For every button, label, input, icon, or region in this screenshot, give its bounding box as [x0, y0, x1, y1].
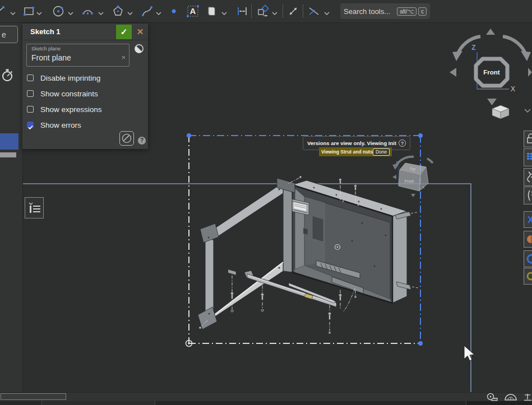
checkbox-unchecked[interactable] [27, 90, 34, 97]
circle-tool-icon[interactable] [52, 4, 66, 18]
model-chassis[interactable] [198, 178, 418, 329]
ghost-view-cube[interactable]: Top Front Z X [392, 157, 433, 197]
point-tool-icon[interactable] [168, 4, 179, 18]
option-show-constraints[interactable]: Show constraints [27, 90, 139, 99]
sketch-vertex-handle [418, 341, 423, 346]
svg-text:X: X [528, 215, 532, 225]
rotate-up-arrow[interactable] [486, 29, 495, 35]
rotate-right-arrow[interactable] [528, 68, 532, 77]
feature-row-partial[interactable] [0, 152, 16, 157]
sidebar-button-5[interactable]: X [524, 211, 532, 228]
offset-tool-icon[interactable] [205, 4, 219, 18]
notification-help-icon[interactable]: ? [399, 139, 406, 147]
isometric-view-icon[interactable] [492, 105, 509, 119]
notification-message: Versions are view only. Viewing Initial … [307, 140, 396, 146]
svg-text:A: A [190, 6, 196, 16]
search-tools-input[interactable]: Search tools... alt/⌥ c [340, 3, 430, 19]
tab-segment[interactable] [0, 401, 41, 405]
bottom-toolbar [0, 392, 532, 402]
mouse-cursor [464, 346, 474, 361]
text-tool-icon[interactable]: A [186, 4, 200, 18]
ghost-cube-top-label: Top [410, 167, 416, 171]
trim-tool-dropdown-icon[interactable] [323, 9, 330, 15]
line-tool-dropdown-icon[interactable] [10, 9, 16, 15]
stopwatch-icon[interactable] [1, 68, 15, 83]
sketch-dialog: Sketch 1 ✓ ✕ Sketch plane Front plane × … [22, 24, 148, 149]
option-disable-imprinting[interactable]: Disable imprinting [27, 74, 139, 83]
sidebar-button-4[interactable] [524, 187, 532, 204]
clear-selection-icon[interactable]: × [121, 53, 126, 62]
scale-icon[interactable] [524, 393, 532, 402]
sidebar-button-2[interactable] [524, 148, 532, 166]
help-icon[interactable]: ? [138, 137, 146, 145]
tab-divider [466, 401, 466, 405]
sidebar-button-1[interactable] [524, 131, 532, 147]
view-normal-to-sketch-button[interactable] [119, 131, 134, 146]
arc-tool-icon[interactable] [81, 4, 95, 18]
circle-tool-dropdown-icon[interactable] [67, 9, 74, 15]
sketch-plane-label: Sketch plane [31, 46, 61, 52]
list-icon [27, 201, 41, 215]
spline-tool-dropdown-icon[interactable] [155, 9, 162, 15]
ghost-cube-z-label: Z [396, 161, 399, 165]
bottom-tab-outline[interactable] [1, 393, 66, 400]
measure-tool-icon[interactable] [286, 4, 300, 18]
shortcut-key-badge: c [418, 7, 427, 16]
spline-tool-icon[interactable] [141, 4, 154, 18]
x-axis-label: X [511, 85, 515, 93]
app-window: Top Front Z X [0, 0, 532, 405]
sketch-view-icon [122, 133, 132, 143]
banner-text: Viewing Strut and nuts [321, 149, 373, 155]
view-cube-navigator[interactable]: Z X Front [446, 25, 532, 120]
sketch-plane-value: Front plane [31, 53, 71, 62]
sketch-plane-field[interactable]: Sketch plane Front plane × [26, 44, 129, 67]
rotate-left-arrow[interactable] [450, 68, 456, 77]
confirm-button[interactable]: ✓ [116, 25, 132, 39]
ghost-cube-front-label: Front [405, 179, 414, 183]
search-placeholder: Search tools... [344, 7, 395, 16]
option-show-expressions[interactable]: Show expressions [27, 105, 139, 114]
dialog-header[interactable]: Sketch 1 ✓ ✕ [22, 24, 148, 40]
tab-segment[interactable] [42, 401, 155, 405]
protractor-icon[interactable] [503, 393, 518, 402]
feature-list-flyout-button[interactable] [25, 197, 44, 218]
rectangle-tool-dropdown-icon[interactable] [36, 9, 43, 15]
sidebar-button-3[interactable] [524, 168, 532, 186]
sidebar-button-6[interactable] [524, 231, 532, 248]
line-tool-icon[interactable] [0, 4, 7, 18]
polygon-tool-dropdown-icon[interactable] [127, 9, 133, 15]
tape-measure-icon[interactable] [485, 393, 499, 402]
checkbox-unchecked[interactable] [27, 106, 34, 113]
option-show-errors[interactable]: Show errors [27, 121, 139, 130]
rotate-down-arrow[interactable] [487, 99, 497, 105]
sketch-vertex-handle [418, 133, 423, 138]
dimension-tool-icon[interactable] [235, 4, 249, 18]
sidebar-button-7[interactable] [524, 250, 532, 267]
polygon-tool-icon[interactable] [112, 4, 125, 18]
sketch-vertex-handle [187, 133, 191, 138]
transform-tool-icon[interactable] [256, 4, 270, 18]
sketch-toolbar: A Search tools... alt/⌥ [0, 0, 532, 23]
close-button[interactable]: ✕ [132, 25, 148, 39]
plane-orientation-icon[interactable] [134, 44, 144, 54]
dialog-title: Sketch 1 [30, 27, 60, 36]
sidebar-button-8[interactable] [524, 268, 532, 285]
ghost-cube-x-label: X [422, 185, 425, 189]
rectangle-tool-icon[interactable] [22, 4, 36, 18]
arc-tool-dropdown-icon[interactable] [98, 9, 104, 15]
trim-tool-icon[interactable] [307, 4, 321, 18]
viewing-banner: Viewing Strut and nuts Done [319, 147, 392, 156]
filter-input[interactable]: e [0, 26, 18, 43]
checkbox-checked[interactable] [27, 122, 34, 128]
selected-feature-row[interactable] [0, 133, 18, 150]
done-button[interactable]: Done [373, 148, 390, 156]
toolbar-divider [251, 4, 252, 18]
document-tab-bar[interactable] [0, 401, 532, 405]
offset-tool-dropdown-icon[interactable] [221, 9, 228, 15]
shortcut-alt-badge: alt/⌥ [397, 7, 417, 16]
tab-segment[interactable] [155, 401, 466, 405]
view-options-dropdown-icon[interactable] [525, 109, 530, 112]
feature-panel-edge: e [0, 22, 23, 392]
checkbox-unchecked[interactable] [27, 75, 34, 81]
transform-tool-dropdown-icon[interactable] [271, 9, 278, 15]
